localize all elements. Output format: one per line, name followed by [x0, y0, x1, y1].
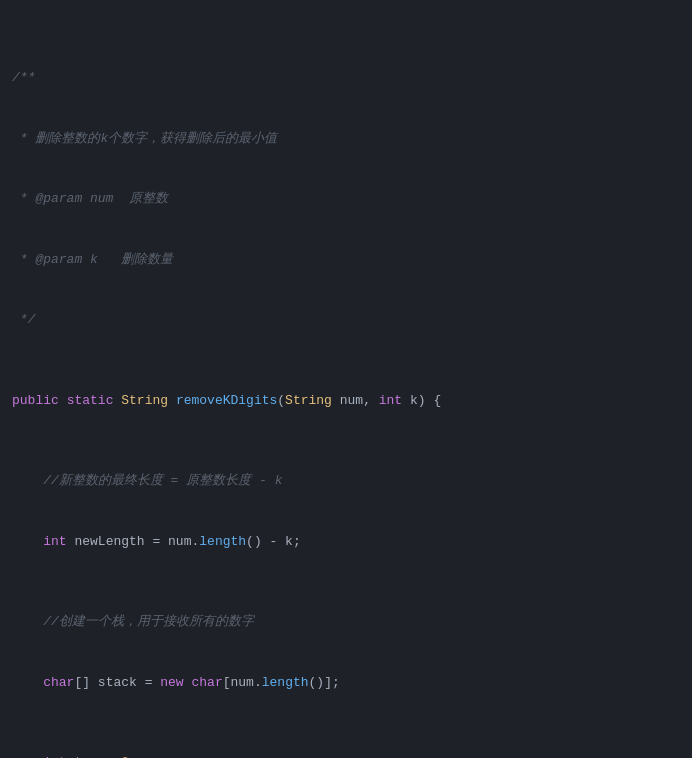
code-line-5: */	[0, 310, 692, 330]
code-line-2: * 删除整数的k个数字，获得删除后的最小值	[0, 129, 692, 149]
code-line-4: * @param k 删除数量	[0, 250, 692, 270]
code-line-10: char[] stack = new char[num.length()];	[0, 673, 692, 693]
code-line-8: int newLength = num.length() - k;	[0, 532, 692, 552]
code-line-6: public static String removeKDigits(Strin…	[0, 391, 692, 411]
code-editor: /** * 删除整数的k个数字，获得删除后的最小值 * @param num 原…	[0, 0, 692, 758]
code-line-3: * @param num 原整数	[0, 189, 692, 209]
code-line-9: //创建一个栈，用于接收所有的数字	[0, 612, 692, 632]
code-line-7: //新整数的最终长度 = 原整数长度 - k	[0, 471, 692, 491]
code-line-1: /**	[0, 68, 692, 88]
code-line-11: int top = 0;	[0, 753, 692, 758]
